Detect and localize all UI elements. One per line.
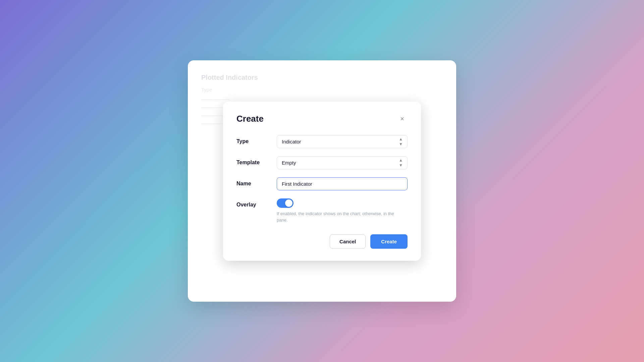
template-label: Template [236, 156, 277, 166]
modal-footer: Cancel Create [236, 234, 408, 249]
type-control: Indicator Strategy Study ▲ ▼ [277, 135, 408, 148]
create-button[interactable]: Create [370, 234, 408, 249]
modal-header: Create × [236, 114, 408, 124]
close-icon: × [400, 115, 404, 123]
name-control [277, 177, 408, 190]
cancel-button[interactable]: Cancel [330, 234, 366, 249]
create-modal: Create × Type Indicator Strategy Study [223, 102, 421, 261]
template-select[interactable]: Empty Template 1 Template 2 [277, 156, 408, 169]
name-label: Name [236, 177, 277, 187]
name-input[interactable] [277, 177, 408, 190]
type-select[interactable]: Indicator Strategy Study [277, 135, 408, 148]
overlay-description: If enabled, the indicator shows on the c… [277, 210, 397, 224]
modal-title: Create [236, 114, 264, 124]
overlay-toggle[interactable] [277, 198, 293, 208]
template-select-wrapper: Empty Template 1 Template 2 ▲ ▼ [277, 156, 408, 169]
overlay-row: Overlay If enabled, the indicator shows … [236, 198, 408, 224]
template-row: Template Empty Template 1 Template 2 ▲ ▼ [236, 156, 408, 169]
close-button[interactable]: × [397, 114, 408, 124]
name-row: Name [236, 177, 408, 190]
template-control: Empty Template 1 Template 2 ▲ ▼ [277, 156, 408, 169]
overlay-label: Overlay [236, 198, 277, 208]
outer-panel: Plotted Indicators Type —————— —————— ——… [188, 60, 456, 302]
type-label: Type [236, 135, 277, 144]
toggle-knob [285, 199, 292, 207]
modal-overlay: Create × Type Indicator Strategy Study [188, 60, 456, 302]
overlay-control: If enabled, the indicator shows on the c… [277, 198, 408, 224]
type-select-wrapper: Indicator Strategy Study ▲ ▼ [277, 135, 408, 148]
type-row: Type Indicator Strategy Study ▲ ▼ [236, 135, 408, 148]
